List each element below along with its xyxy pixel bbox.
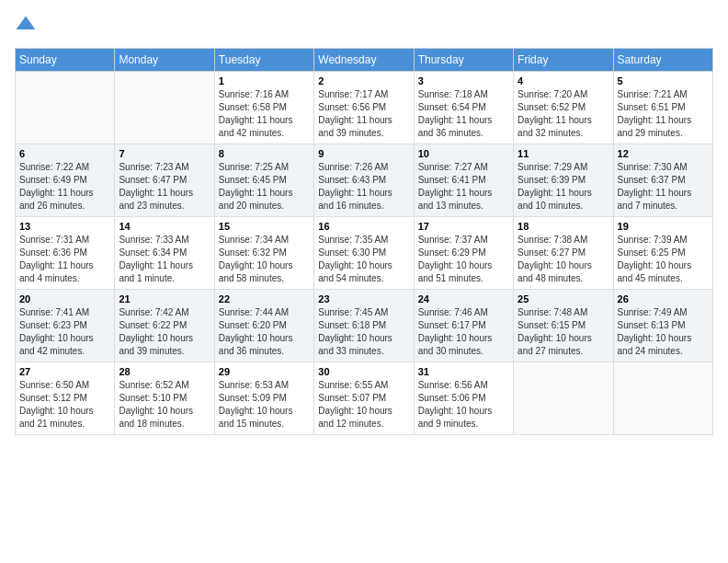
calendar-cell: 20Sunrise: 7:41 AM Sunset: 6:23 PM Dayli… [16, 290, 115, 362]
day-info: Sunrise: 7:41 AM Sunset: 6:23 PM Dayligh… [19, 306, 110, 358]
day-number: 28 [119, 366, 210, 377]
day-info: Sunrise: 7:46 AM Sunset: 6:17 PM Dayligh… [418, 306, 509, 358]
svg-marker-0 [17, 17, 36, 29]
day-info: Sunrise: 7:38 AM Sunset: 6:27 PM Dayligh… [518, 234, 609, 285]
calendar-cell: 13Sunrise: 7:31 AM Sunset: 6:36 PM Dayli… [16, 217, 115, 290]
calendar-cell: 6Sunrise: 7:22 AM Sunset: 6:49 PM Daylig… [16, 144, 115, 217]
calendar-cell [16, 72, 115, 144]
day-number: 23 [318, 293, 409, 304]
day-info: Sunrise: 7:30 AM Sunset: 6:37 PM Dayligh… [618, 161, 709, 213]
day-info: Sunrise: 7:18 AM Sunset: 6:54 PM Dayligh… [418, 88, 509, 140]
day-info: Sunrise: 7:17 AM Sunset: 6:56 PM Dayligh… [318, 88, 409, 140]
day-number: 14 [119, 221, 210, 232]
day-info: Sunrise: 7:31 AM Sunset: 6:36 PM Dayligh… [19, 234, 110, 285]
day-info: Sunrise: 7:49 AM Sunset: 6:13 PM Dayligh… [618, 306, 709, 358]
day-number: 22 [219, 293, 310, 304]
day-info: Sunrise: 7:25 AM Sunset: 6:45 PM Dayligh… [219, 161, 310, 213]
calendar-cell: 25Sunrise: 7:48 AM Sunset: 6:15 PM Dayli… [514, 290, 613, 362]
day-of-week-header: Friday [514, 49, 613, 72]
day-number: 6 [19, 148, 110, 159]
calendar-cell: 5Sunrise: 7:21 AM Sunset: 6:51 PM Daylig… [613, 72, 712, 144]
day-number: 27 [19, 366, 110, 377]
day-info: Sunrise: 6:53 AM Sunset: 5:09 PM Dayligh… [219, 379, 310, 431]
day-info: Sunrise: 7:16 AM Sunset: 6:58 PM Dayligh… [219, 88, 310, 140]
day-info: Sunrise: 7:29 AM Sunset: 6:39 PM Dayligh… [518, 161, 609, 213]
page-header [15, 15, 713, 37]
day-of-week-header: Sunday [16, 49, 115, 72]
day-number: 1 [219, 75, 310, 86]
day-info: Sunrise: 7:34 AM Sunset: 6:32 PM Dayligh… [219, 234, 310, 285]
day-of-week-header: Wednesday [314, 49, 414, 72]
day-number: 8 [219, 148, 310, 159]
day-info: Sunrise: 7:44 AM Sunset: 6:20 PM Dayligh… [219, 306, 310, 358]
calendar-cell: 29Sunrise: 6:53 AM Sunset: 5:09 PM Dayli… [214, 362, 313, 435]
calendar-table: SundayMondayTuesdayWednesdayThursdayFrid… [15, 48, 713, 435]
day-of-week-header: Thursday [414, 49, 513, 72]
day-number: 30 [318, 366, 409, 377]
calendar-cell: 17Sunrise: 7:37 AM Sunset: 6:29 PM Dayli… [414, 217, 513, 290]
day-of-week-header: Tuesday [214, 49, 313, 72]
calendar-cell: 15Sunrise: 7:34 AM Sunset: 6:32 PM Dayli… [214, 217, 313, 290]
day-number: 21 [119, 293, 210, 304]
calendar-cell: 4Sunrise: 7:20 AM Sunset: 6:52 PM Daylig… [514, 72, 613, 144]
day-number: 31 [418, 366, 509, 377]
day-info: Sunrise: 7:20 AM Sunset: 6:52 PM Dayligh… [518, 88, 609, 140]
day-number: 19 [618, 221, 709, 232]
day-info: Sunrise: 6:52 AM Sunset: 5:10 PM Dayligh… [119, 379, 210, 431]
day-info: Sunrise: 7:35 AM Sunset: 6:30 PM Dayligh… [318, 234, 409, 285]
day-info: Sunrise: 6:50 AM Sunset: 5:12 PM Dayligh… [19, 379, 110, 431]
calendar-cell: 31Sunrise: 6:56 AM Sunset: 5:06 PM Dayli… [414, 362, 513, 435]
day-info: Sunrise: 7:21 AM Sunset: 6:51 PM Dayligh… [618, 88, 709, 140]
day-info: Sunrise: 7:42 AM Sunset: 6:22 PM Dayligh… [119, 306, 210, 358]
calendar-cell: 12Sunrise: 7:30 AM Sunset: 6:37 PM Dayli… [613, 144, 712, 217]
day-info: Sunrise: 7:48 AM Sunset: 6:15 PM Dayligh… [518, 306, 609, 358]
day-info: Sunrise: 7:37 AM Sunset: 6:29 PM Dayligh… [418, 234, 509, 285]
day-number: 11 [518, 148, 609, 159]
day-number: 26 [618, 293, 709, 304]
day-number: 12 [618, 148, 709, 159]
calendar-cell: 26Sunrise: 7:49 AM Sunset: 6:13 PM Dayli… [613, 290, 712, 362]
day-number: 15 [219, 221, 310, 232]
calendar-cell: 11Sunrise: 7:29 AM Sunset: 6:39 PM Dayli… [514, 144, 613, 217]
day-number: 17 [418, 221, 509, 232]
calendar-cell: 28Sunrise: 6:52 AM Sunset: 5:10 PM Dayli… [115, 362, 214, 435]
calendar-cell: 23Sunrise: 7:45 AM Sunset: 6:18 PM Dayli… [314, 290, 414, 362]
calendar-cell [613, 362, 712, 435]
day-info: Sunrise: 7:33 AM Sunset: 6:34 PM Dayligh… [119, 234, 210, 285]
calendar-cell: 22Sunrise: 7:44 AM Sunset: 6:20 PM Dayli… [214, 290, 313, 362]
day-number: 13 [19, 221, 110, 232]
calendar-cell: 10Sunrise: 7:27 AM Sunset: 6:41 PM Dayli… [414, 144, 513, 217]
day-number: 18 [518, 221, 609, 232]
day-number: 24 [418, 293, 509, 304]
day-info: Sunrise: 7:26 AM Sunset: 6:43 PM Dayligh… [318, 161, 409, 213]
calendar-cell: 16Sunrise: 7:35 AM Sunset: 6:30 PM Dayli… [314, 217, 414, 290]
day-of-week-header: Saturday [613, 49, 712, 72]
day-number: 25 [518, 293, 609, 304]
logo-icon [15, 15, 37, 37]
calendar-cell: 2Sunrise: 7:17 AM Sunset: 6:56 PM Daylig… [314, 72, 414, 144]
calendar-cell: 7Sunrise: 7:23 AM Sunset: 6:47 PM Daylig… [115, 144, 214, 217]
day-info: Sunrise: 7:45 AM Sunset: 6:18 PM Dayligh… [318, 306, 409, 358]
calendar-cell: 14Sunrise: 7:33 AM Sunset: 6:34 PM Dayli… [115, 217, 214, 290]
calendar-cell: 19Sunrise: 7:39 AM Sunset: 6:25 PM Dayli… [613, 217, 712, 290]
day-number: 10 [418, 148, 509, 159]
calendar-cell [115, 72, 214, 144]
day-info: Sunrise: 6:55 AM Sunset: 5:07 PM Dayligh… [318, 379, 409, 431]
day-info: Sunrise: 7:39 AM Sunset: 6:25 PM Dayligh… [618, 234, 709, 285]
calendar-cell: 3Sunrise: 7:18 AM Sunset: 6:54 PM Daylig… [414, 72, 513, 144]
day-number: 3 [418, 75, 509, 86]
calendar-cell: 9Sunrise: 7:26 AM Sunset: 6:43 PM Daylig… [314, 144, 414, 217]
day-number: 9 [318, 148, 409, 159]
calendar-cell: 1Sunrise: 7:16 AM Sunset: 6:58 PM Daylig… [214, 72, 313, 144]
calendar-cell [514, 362, 613, 435]
day-number: 16 [318, 221, 409, 232]
calendar-cell: 8Sunrise: 7:25 AM Sunset: 6:45 PM Daylig… [214, 144, 313, 217]
day-info: Sunrise: 6:56 AM Sunset: 5:06 PM Dayligh… [418, 379, 509, 431]
calendar-cell: 21Sunrise: 7:42 AM Sunset: 6:22 PM Dayli… [115, 290, 214, 362]
day-number: 7 [119, 148, 210, 159]
day-info: Sunrise: 7:23 AM Sunset: 6:47 PM Dayligh… [119, 161, 210, 213]
day-number: 5 [618, 75, 709, 86]
calendar-cell: 18Sunrise: 7:38 AM Sunset: 6:27 PM Dayli… [514, 217, 613, 290]
calendar-cell: 30Sunrise: 6:55 AM Sunset: 5:07 PM Dayli… [314, 362, 414, 435]
logo [15, 15, 40, 37]
